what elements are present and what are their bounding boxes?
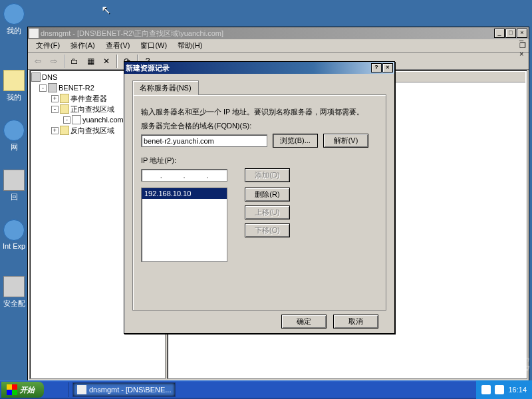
ip-list-item[interactable]: 192.168.10.10 xyxy=(142,188,227,199)
tab-ns[interactable]: 名称服务器(NS) xyxy=(132,80,199,95)
system-tray[interactable]: 16:14 xyxy=(476,380,532,399)
mdi-minimize-button[interactable]: _ xyxy=(519,33,526,41)
menu-view[interactable]: 查看(V) xyxy=(100,39,136,52)
ip-label: IP 地址(P): xyxy=(141,156,378,166)
mdi-restore-button[interactable]: ❐ xyxy=(519,41,526,50)
icon-label: 安全配 xyxy=(3,299,25,307)
properties-button[interactable]: ▦ xyxy=(83,54,98,68)
app-titlebar[interactable]: dnsmgmt - [DNS\BENET-R2\正向查找区域\yuanchi.c… xyxy=(28,27,529,39)
windows-flag-icon xyxy=(7,384,17,395)
desktop-icon[interactable]: 我的 xyxy=(2,70,26,102)
taskbar-app[interactable]: dnsmgmt - [DNS\BENE... xyxy=(72,382,176,397)
clock: 16:14 xyxy=(508,386,527,394)
icon-label: 我的 xyxy=(7,27,21,35)
ip-input[interactable]: ... xyxy=(141,169,227,182)
forward-button[interactable]: ⇨ xyxy=(47,54,61,68)
add-button[interactable]: 添加(D) xyxy=(245,168,290,182)
minimize-button[interactable]: _ xyxy=(494,29,505,38)
tray-icon[interactable] xyxy=(495,385,504,394)
delete-toolbar-button[interactable]: ✕ xyxy=(99,54,114,68)
delete-button[interactable]: 删除(R) xyxy=(245,188,290,201)
menubar: 文件(F) 操作(A) 查看(V) 窗口(W) 帮助(H) _ ❐ × xyxy=(28,39,529,53)
desktop-icon[interactable]: 安全配 xyxy=(2,276,26,309)
up-button[interactable]: 🗀 xyxy=(67,54,82,68)
menu-file[interactable]: 文件(F) xyxy=(31,39,65,52)
move-down-button[interactable]: 下移(O) xyxy=(245,223,290,237)
start-button[interactable]: 开始 xyxy=(1,382,44,398)
move-up-button[interactable]: 上移(U) xyxy=(245,205,290,219)
desktop-icon[interactable]: 网 xyxy=(2,120,26,152)
browse-button[interactable]: 浏览(B)... xyxy=(273,134,318,148)
desktop-icon[interactable]: 我的 xyxy=(2,3,26,36)
dialog-titlebar[interactable]: 新建资源记录 ? × xyxy=(124,62,394,74)
cancel-button[interactable]: 取消 xyxy=(333,315,378,329)
maximize-button[interactable]: □ xyxy=(505,29,516,38)
menu-window[interactable]: 窗口(W) xyxy=(135,39,172,52)
icon-label: 回 xyxy=(11,193,18,201)
ok-button[interactable]: 确定 xyxy=(281,315,327,329)
fqdn-label: 服务器完全合格的域名(FQDN)(S): xyxy=(141,121,378,131)
ip-listbox[interactable]: 192.168.10.10 xyxy=(141,188,227,262)
tray-icon[interactable] xyxy=(481,385,491,394)
instruction-text: 输入服务器名和至少一个 IP 地址。要识别名称服务器，两项都需要。 xyxy=(141,107,378,117)
mdi-close-button[interactable]: × xyxy=(519,50,526,58)
new-record-dialog: 新建资源记录 ? × 名称服务器(NS) 输入服务器名和至少一个 IP 地址。要… xyxy=(124,61,395,334)
icon-label: 网 xyxy=(11,143,18,151)
menu-action[interactable]: 操作(A) xyxy=(65,39,100,52)
quick-launch-desktop[interactable] xyxy=(57,382,65,397)
dialog-close-button[interactable]: × xyxy=(382,63,393,72)
app-title: dnsmgmt - [DNS\BENET-R2\正向查找区域\yuanchi.c… xyxy=(41,29,494,39)
dialog-help-button[interactable]: ? xyxy=(371,63,382,72)
desktop-icon[interactable]: Int Exp xyxy=(2,219,26,250)
watermark: 51CTO.com 技术成就梦想-Blog xyxy=(474,355,532,372)
icon-label: 我的 xyxy=(7,93,21,101)
taskbar: 开始 dnsmgmt - [DNS\BENE... 16:14 xyxy=(0,380,532,399)
menu-help[interactable]: 帮助(H) xyxy=(172,39,207,52)
quick-launch-ie[interactable] xyxy=(47,382,55,397)
icon-label: Int Exp xyxy=(3,242,25,250)
resolve-button[interactable]: 解析(V) xyxy=(323,134,368,148)
desktop-icon[interactable]: 回 xyxy=(2,170,26,202)
cursor-icon: ↖ xyxy=(101,3,111,17)
fqdn-input[interactable] xyxy=(141,134,267,147)
dialog-title: 新建资源记录 xyxy=(126,63,371,73)
app-icon xyxy=(29,29,39,38)
back-button[interactable]: ⇦ xyxy=(31,54,45,68)
